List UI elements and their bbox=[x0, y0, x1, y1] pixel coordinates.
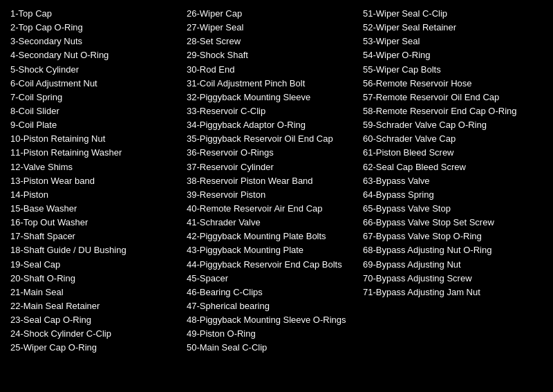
list-item: 2-Top Cap O-Ring bbox=[10, 21, 180, 35]
list-item: 10-Piston Retaining Nut bbox=[10, 132, 180, 146]
column-3: 51-Wiper Seal C-Clip52-Wiper Seal Retain… bbox=[363, 7, 550, 355]
list-item: 69-Bypass Adjusting Nut bbox=[363, 258, 550, 272]
list-item: 39-Reservoir Piston bbox=[187, 188, 356, 202]
list-item: 17-Shaft Spacer bbox=[10, 230, 180, 243]
list-item: 52-Wiper Seal Retainer bbox=[363, 21, 550, 35]
list-item: 41-Schrader Valve bbox=[187, 216, 356, 230]
list-item: 34-Piggyback Adaptor O-Ring bbox=[187, 118, 356, 132]
list-item: 28-Set Screw bbox=[187, 35, 356, 48]
list-item: 48-Piggyback Mounting Sleeve O-Rings bbox=[187, 313, 356, 327]
list-item: 59-Schrader Valve Cap O-Ring bbox=[363, 118, 550, 132]
list-item: 70-Bypass Adjusting Screw bbox=[363, 272, 550, 286]
list-item: 51-Wiper Seal C-Clip bbox=[363, 7, 550, 21]
list-item: 40-Remote Reservoir Air End Cap bbox=[187, 202, 356, 216]
list-item: 43-Piggyback Mounting Plate bbox=[187, 243, 356, 257]
list-item: 57-Remote Reservoir Oil End Cap bbox=[363, 91, 550, 104]
list-item: 13-Piston Wear band bbox=[10, 174, 180, 188]
list-item: 67-Bypass Valve Stop O-Ring bbox=[363, 230, 550, 243]
list-item: 15-Base Washer bbox=[10, 202, 180, 216]
list-item: 53-Wiper Seal bbox=[363, 35, 550, 48]
list-item: 58-Remote Reservoir End Cap O-Ring bbox=[363, 104, 550, 118]
list-item: 3-Secondary Nuts bbox=[10, 35, 180, 48]
list-item: 32-Piggyback Mounting Sleeve bbox=[187, 91, 356, 104]
list-item: 62-Seal Cap Bleed Screw bbox=[363, 160, 550, 174]
list-item: 12-Valve Shims bbox=[10, 160, 180, 174]
list-item: 8-Coil Slider bbox=[10, 104, 180, 118]
list-item: 21-Main Seal bbox=[10, 286, 180, 299]
list-item: 20-Shaft O-Ring bbox=[10, 272, 180, 286]
list-item: 47-Spherical bearing bbox=[187, 299, 356, 313]
parts-list: 1-Top Cap2-Top Cap O-Ring3-Secondary Nut… bbox=[10, 7, 543, 355]
list-item: 45-Spacer bbox=[187, 272, 356, 286]
list-item: 46-Bearing C-Clips bbox=[187, 286, 356, 299]
list-item: 4-Secondary Nut O-Ring bbox=[10, 48, 180, 62]
list-item: 54-Wiper O-Ring bbox=[363, 48, 550, 62]
list-item: 22-Main Seal Retainer bbox=[10, 299, 180, 313]
list-item: 50-Main Seal C-Clip bbox=[187, 341, 356, 355]
list-item: 30-Rod End bbox=[187, 63, 356, 77]
column-2: 26-Wiper Cap27-Wiper Seal28-Set Screw29-… bbox=[187, 7, 363, 355]
list-item: 60-Schrader Valve Cap bbox=[363, 132, 550, 146]
list-item: 14-Piston bbox=[10, 188, 180, 202]
list-item: 7-Coil Spring bbox=[10, 91, 180, 104]
list-item: 44-Piggyback Reservoir End Cap Bolts bbox=[187, 258, 356, 272]
list-item: 24-Shock Cylinder C-Clip bbox=[10, 327, 180, 341]
list-item: 23-Seal Cap O-Ring bbox=[10, 313, 180, 327]
list-item: 65-Bypass Valve Stop bbox=[363, 202, 550, 216]
list-item: 25-Wiper Cap O-Ring bbox=[10, 341, 180, 355]
list-item: 1-Top Cap bbox=[10, 7, 180, 21]
list-item: 66-Bypass Valve Stop Set Screw bbox=[363, 216, 550, 230]
list-item: 63-Bypass Valve bbox=[363, 174, 550, 188]
list-item: 35-Piggyback Reservoir Oil End Cap bbox=[187, 132, 356, 146]
list-item: 18-Shaft Guide / DU Bushing bbox=[10, 243, 180, 257]
list-item: 11-Piston Retaining Washer bbox=[10, 146, 180, 160]
list-item: 38-Reservoir Piston Wear Band bbox=[187, 174, 356, 188]
list-item: 6-Coil Adjustment Nut bbox=[10, 77, 180, 91]
list-item: 29-Shock Shaft bbox=[187, 48, 356, 62]
list-item: 9-Coil Plate bbox=[10, 118, 180, 132]
list-item: 68-Bypass Adjusting Nut O-Ring bbox=[363, 243, 550, 257]
column-1: 1-Top Cap2-Top Cap O-Ring3-Secondary Nut… bbox=[10, 7, 187, 355]
list-item: 71-Bypass Adjusting Jam Nut bbox=[363, 286, 550, 299]
list-item: 42-Piggyback Mounting Plate Bolts bbox=[187, 230, 356, 243]
list-item: 33-Reservoir C-Clip bbox=[187, 104, 356, 118]
list-item: 5-Shock Cylinder bbox=[10, 63, 180, 77]
list-item: 55-Wiper Cap Bolts bbox=[363, 63, 550, 77]
list-item: 49-Piston O-Ring bbox=[187, 327, 356, 341]
list-item: 27-Wiper Seal bbox=[187, 21, 356, 35]
list-item: 19-Seal Cap bbox=[10, 258, 180, 272]
list-item: 56-Remote Reservoir Hose bbox=[363, 77, 550, 91]
list-item: 26-Wiper Cap bbox=[187, 7, 356, 21]
list-item: 64-Bypass Spring bbox=[363, 188, 550, 202]
list-item: 37-Reservoir Cylinder bbox=[187, 160, 356, 174]
list-item: 16-Top Out Washer bbox=[10, 216, 180, 230]
list-item: 61-Piston Bleed Screw bbox=[363, 146, 550, 160]
list-item: 31-Coil Adjustment Pinch Bolt bbox=[187, 77, 356, 91]
list-item: 36-Reservoir O-Rings bbox=[187, 146, 356, 160]
